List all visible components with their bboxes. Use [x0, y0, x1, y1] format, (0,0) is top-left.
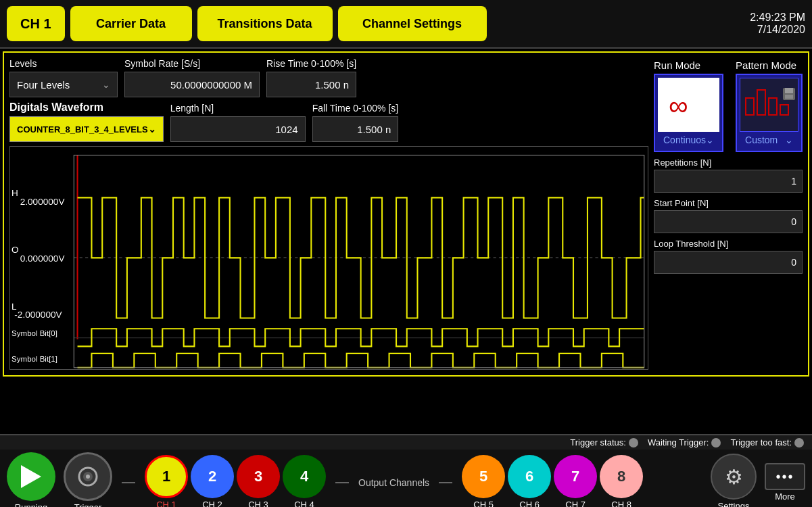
h-axis-label: H [11, 188, 18, 198]
run-mode-icon: ∞ [662, 84, 716, 125]
svg-rect-19 [785, 95, 793, 99]
svg-text:0.000000V: 0.000000V [20, 254, 66, 264]
svg-rect-18 [785, 88, 793, 93]
ch4-circle: 4 [283, 455, 326, 498]
ch7-circle: 7 [554, 455, 597, 498]
play-icon [21, 465, 41, 488]
ch1-tab[interactable]: CH 1 [7, 6, 65, 41]
run-mode-value: Continuos [663, 135, 706, 145]
pattern-mode-value: Custom [745, 135, 778, 145]
trigger-status-dot [629, 438, 638, 448]
ch7-button[interactable]: 7 CH 7 [554, 455, 597, 507]
fall-time-group: Fall Time 0-100% [s] 1.500 n [312, 103, 399, 142]
play-button[interactable] [7, 452, 55, 501]
digitals-waveform-label: Digitals Waveform [9, 101, 164, 114]
fall-time-label: Fall Time 0-100% [s] [312, 103, 399, 114]
ch6-circle: 6 [508, 455, 551, 498]
svg-rect-16 [780, 105, 788, 115]
repetitions-group: Repetitions [N] [654, 158, 803, 193]
waveform-value: COUNTER_8_BIT_3_4_LEVELS [17, 124, 148, 135]
ch2-circle: 2 [191, 455, 234, 498]
ch5-button[interactable]: 5 CH 5 [462, 455, 505, 507]
running-label: Running [15, 502, 47, 507]
symbol-rate-label: Symbol Rate [S/s] [124, 58, 260, 69]
trigger-label: Trigger [74, 502, 102, 507]
ch3-circle: 3 [237, 455, 280, 498]
pattern-mode-label: Pattern Mode [736, 59, 803, 71]
trigger-icon [76, 465, 99, 488]
sep-line-mid2 [439, 482, 452, 483]
waveform-chart: H 2.000000V O 0.000000V L -2.000000V [9, 146, 648, 370]
modes-row: Run Mode ∞ Continuos [654, 59, 803, 152]
ch3-label: CH 3 [248, 500, 268, 507]
start-point-input[interactable] [654, 210, 803, 233]
ch8-label: CH 8 [611, 500, 631, 507]
waveform-svg: H 2.000000V O 0.000000V L -2.000000V [10, 147, 648, 369]
pattern-mode-button[interactable]: Custom ⌄ [736, 74, 803, 152]
trigger-button[interactable] [64, 452, 112, 501]
output-channels-label: Output Channels [358, 477, 429, 488]
ch5-label: CH 5 [473, 500, 494, 507]
symbol-rate-input[interactable]: 50.0000000000 M [124, 72, 260, 97]
levels-select[interactable]: Four Levels ⌄ [9, 72, 118, 97]
top-section: Levels Four Levels ⌄ Symbol Rate [S/s] 5… [3, 51, 809, 377]
ch3-button[interactable]: 3 CH 3 [237, 455, 280, 507]
ch4-button[interactable]: 4 CH 4 [283, 455, 326, 507]
repetitions-input[interactable] [654, 170, 803, 193]
run-mode-button[interactable]: ∞ Continuos ⌄ [654, 74, 723, 152]
waiting-trigger-item: Waiting Trigger: [648, 437, 721, 448]
symbol-rate-group: Symbol Rate [S/s] 50.0000000000 M [124, 58, 260, 97]
second-controls-row: Digitals Waveform COUNTER_8_BIT_3_4_LEVE… [9, 101, 648, 142]
ch1-label: CH 1 [156, 500, 176, 507]
ch8-circle: 8 [600, 455, 643, 498]
more-button[interactable]: ••• [765, 463, 805, 490]
rise-time-label: Rise Time 0-100% [s] [266, 58, 356, 69]
settings-button[interactable]: ⚙ [711, 454, 757, 500]
svg-text:Symbol Bit[1]: Symbol Bit[1] [11, 355, 57, 363]
pattern-mode-icon [742, 84, 796, 125]
header: CH 1 Carrier Data Transitions Data Chann… [0, 0, 812, 49]
rise-time-input[interactable]: 1.500 n [266, 72, 356, 97]
pattern-mode-group: Pattern Mode [736, 59, 803, 152]
run-mode-chevron: ⌄ [706, 135, 714, 145]
waveform-chevron: ⌄ [148, 124, 156, 135]
ch5-circle: 5 [462, 455, 505, 498]
start-point-label: Start Point [N] [654, 198, 803, 208]
svg-text:2.000000V: 2.000000V [20, 197, 66, 207]
loop-threshold-input[interactable] [654, 251, 803, 274]
fall-time-input[interactable]: 1.500 n [312, 116, 399, 142]
trigger-group: Trigger [64, 452, 112, 507]
length-label: Length [N] [170, 103, 306, 114]
run-mode-label: Run Mode [654, 59, 723, 71]
rise-time-group: Rise Time 0-100% [s] 1.500 n [266, 58, 356, 97]
repetitions-label: Repetitions [N] [654, 158, 803, 168]
waveform-select[interactable]: COUNTER_8_BIT_3_4_LEVELS ⌄ [9, 116, 164, 142]
more-group: ••• More [765, 463, 805, 502]
loop-threshold-label: Loop Threshold [N] [654, 239, 803, 249]
ch2-button[interactable]: 2 CH 2 [191, 455, 234, 507]
sep-line-start [122, 482, 135, 483]
too-fast-item: Trigger too fast: [730, 437, 804, 448]
more-label: More [775, 491, 795, 502]
svg-point-23 [86, 475, 90, 479]
ch7-label: CH 7 [565, 500, 586, 507]
running-group: Running [7, 452, 55, 507]
channel-settings-tab[interactable]: Channel Settings [338, 6, 487, 41]
transitions-data-tab[interactable]: Transitions Data [197, 6, 333, 41]
bottom-bar: Trigger status: Waiting Trigger: Trigger… [0, 434, 812, 507]
left-panel: Levels Four Levels ⌄ Symbol Rate [S/s] 5… [9, 58, 648, 370]
settings-label: Settings [718, 501, 750, 507]
length-input[interactable]: 1024 [170, 116, 306, 142]
svg-marker-20 [21, 465, 41, 488]
pattern-mode-chevron: ⌄ [785, 135, 793, 145]
length-group: Length [N] 1024 [170, 103, 306, 142]
svg-text:∞: ∞ [669, 91, 688, 120]
svg-rect-15 [769, 98, 777, 115]
ch8-button[interactable]: 8 CH 8 [600, 455, 643, 507]
channels-bar: Running Trigger 1 CH 1 2 CH 2 [0, 450, 812, 507]
svg-text:Symbol Bit[0]: Symbol Bit[0] [11, 329, 57, 337]
carrier-data-tab[interactable]: Carrier Data [70, 6, 192, 41]
ch1-button[interactable]: 1 CH 1 [145, 455, 188, 507]
ch6-button[interactable]: 6 CH 6 [508, 455, 551, 507]
start-point-group: Start Point [N] [654, 198, 803, 233]
